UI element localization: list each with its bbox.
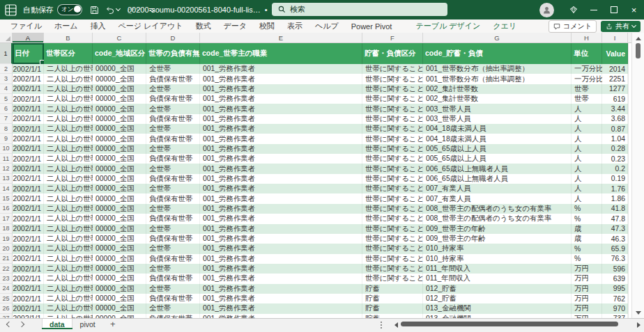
cell-B26[interactable]: 二人以上の世帯 xyxy=(44,303,93,313)
cell-F17[interactable]: 世帯に関すること xyxy=(362,214,423,223)
cell-D4[interactable]: 全世帯 xyxy=(146,84,200,94)
cell-D13[interactable]: 負債保有世帯 xyxy=(146,174,200,184)
ribbon-tab-power-pivot[interactable]: Power Pivot xyxy=(345,19,399,33)
cell-G7[interactable]: 003_世帯人員 xyxy=(423,114,572,124)
cell-C12[interactable]: 00000_全国 xyxy=(93,164,146,173)
cell-H24[interactable]: 万円 xyxy=(572,284,602,294)
column-header-C[interactable]: C xyxy=(93,33,146,42)
account-avatar[interactable] xyxy=(539,3,554,17)
cell-H11[interactable]: 人 xyxy=(572,154,602,164)
cell-A7[interactable]: 2002/1/1 xyxy=(13,114,44,124)
cell-H19[interactable]: 歳 xyxy=(572,234,602,244)
cell-G16[interactable]: 008_世帯主の配偶者のうち女の有業率 xyxy=(423,204,572,214)
cell-B19[interactable]: 二人以上の世帯 xyxy=(44,234,93,244)
cell-F22[interactable]: 世帯に関すること xyxy=(362,264,423,274)
cell-F11[interactable]: 世帯に関すること xyxy=(362,154,423,164)
row-header-23[interactable]: 23 xyxy=(0,274,13,283)
cell-F21[interactable]: 世帯に関すること xyxy=(362,254,423,264)
cell-D8[interactable]: 全世帯 xyxy=(146,124,200,134)
cell-C20[interactable]: 00000_全国 xyxy=(93,244,146,253)
cell-I19[interactable]: 46.3 xyxy=(602,234,628,244)
row-header-21[interactable]: 21 xyxy=(0,254,13,264)
scroll-left-icon[interactable] xyxy=(394,322,398,328)
cell-E6[interactable]: 001_労務作業者 xyxy=(200,104,362,113)
ribbon-tab-help[interactable]: ヘルプ xyxy=(309,19,345,33)
cell-H2[interactable]: 一万分比 xyxy=(572,64,602,74)
cell-I24[interactable]: 995 xyxy=(602,284,628,294)
cell-I25[interactable]: 762 xyxy=(602,294,628,303)
cell-I11[interactable]: 0.23 xyxy=(602,154,628,164)
cell-G12[interactable]: 006_65歳以上無職者人員 xyxy=(423,164,572,173)
cell-I4[interactable]: 1277 xyxy=(602,84,628,94)
cell-A21[interactable]: 2002/1/1 xyxy=(13,254,44,264)
cell-C7[interactable]: 00000_全国 xyxy=(93,114,146,124)
cell-B20[interactable]: 二人以上の世帯 xyxy=(44,244,93,253)
cell-I17[interactable]: 47.8 xyxy=(602,214,628,223)
cell-H22[interactable]: 万円 xyxy=(572,264,602,274)
cell-F23[interactable]: 世帯に関すること xyxy=(362,274,423,283)
cell-H26[interactable]: 万円 xyxy=(572,303,602,313)
cell-B15[interactable]: 二人以上の世帯 xyxy=(44,193,93,203)
cell-A23[interactable]: 2002/1/1 xyxy=(13,274,44,283)
cell-H3[interactable]: 一万分比 xyxy=(572,74,602,84)
cell-C26[interactable]: 00000_全国 xyxy=(93,303,146,313)
cell-H9[interactable]: 人 xyxy=(572,134,602,143)
cell-I16[interactable]: 41.8 xyxy=(602,204,628,214)
cell-D26[interactable]: 全世帯 xyxy=(146,303,200,313)
cell-G5[interactable]: 002_集計世帯数 xyxy=(423,94,572,104)
cell-H5[interactable]: 世帯 xyxy=(572,94,602,104)
cell-B2[interactable]: 二人以上の世帯 xyxy=(44,64,93,74)
cell-B16[interactable]: 二人以上の世帯 xyxy=(44,204,93,214)
row-header-25[interactable]: 25 xyxy=(0,294,13,303)
cell-D19[interactable]: 負債保有世帯 xyxy=(146,234,200,244)
cell-G9[interactable]: 004_18歳未満人員 xyxy=(423,134,572,143)
horizontal-scrollbar-thumb[interactable] xyxy=(401,322,618,326)
cell-I20[interactable]: 65.9 xyxy=(602,244,628,253)
column-header-H[interactable]: H xyxy=(572,33,602,42)
cell-H16[interactable]: % xyxy=(572,204,602,214)
cell-E21[interactable]: 001_労務作業者 xyxy=(200,254,362,264)
cell-I21[interactable]: 76.3 xyxy=(602,254,628,264)
cell-D5[interactable]: 負債保有世帯 xyxy=(146,94,200,104)
cell-A13[interactable]: 2002/1/1 xyxy=(13,174,44,184)
cell-H20[interactable]: % xyxy=(572,244,602,253)
cell-B5[interactable]: 二人以上の世帯 xyxy=(44,94,93,104)
cell-F26[interactable]: 貯蓄 xyxy=(362,303,423,313)
cell-E9[interactable]: 001_労務作業者 xyxy=(200,134,362,143)
ribbon-tab-query[interactable]: クエリ xyxy=(486,19,523,33)
ribbon-tab-insert[interactable]: 挿入 xyxy=(84,19,112,33)
cell-I10[interactable]: 0.28 xyxy=(602,144,628,154)
minimize-button[interactable] xyxy=(583,0,604,19)
select-all-corner[interactable] xyxy=(0,33,13,42)
cell-F18[interactable]: 世帯に関すること xyxy=(362,224,423,234)
header-cell-F1[interactable]: 貯蓄・負債区分 xyxy=(362,43,423,64)
cell-B25[interactable]: 二人以上の世帯 xyxy=(44,294,93,303)
cell-F8[interactable]: 世帯に関すること xyxy=(362,124,423,134)
add-sheet-button[interactable]: + xyxy=(106,319,120,329)
undo-button[interactable] xyxy=(106,6,120,15)
search-input[interactable]: 検索 xyxy=(272,3,447,16)
cell-I18[interactable]: 47.3 xyxy=(602,224,628,234)
cell-E3[interactable]: 001_労務作業者 xyxy=(200,74,362,84)
cell-C10[interactable]: 00000_全国 xyxy=(93,144,146,154)
cell-E8[interactable]: 001_労務作業者 xyxy=(200,124,362,134)
scroll-down-icon[interactable] xyxy=(636,311,641,315)
cell-F24[interactable]: 貯蓄 xyxy=(362,284,423,294)
cell-A25[interactable]: 2002/1/1 xyxy=(13,294,44,303)
cell-E22[interactable]: 001_労務作業者 xyxy=(200,264,362,274)
cell-G21[interactable]: 010_持家率 xyxy=(423,254,572,264)
row-header-11[interactable]: 11 xyxy=(0,154,13,164)
row-header-19[interactable]: 19 xyxy=(0,234,13,244)
vertical-scrollbar-thumb[interactable] xyxy=(636,43,641,58)
column-header-E[interactable]: E xyxy=(200,33,362,42)
cell-C11[interactable]: 00000_全国 xyxy=(93,154,146,164)
row-header-14[interactable]: 14 xyxy=(0,184,13,193)
row-header-6[interactable]: 6 xyxy=(0,104,13,113)
cell-A24[interactable]: 2002/1/1 xyxy=(13,284,44,294)
row-header-26[interactable]: 26 xyxy=(0,303,13,313)
scrollbar-splitter-handle[interactable] xyxy=(381,324,382,326)
cell-E11[interactable]: 001_労務作業者 xyxy=(200,154,362,164)
row-header-5[interactable]: 5 xyxy=(0,94,13,104)
cell-F20[interactable]: 世帯に関すること xyxy=(362,244,423,253)
cell-F3[interactable]: 世帯に関すること xyxy=(362,74,423,84)
